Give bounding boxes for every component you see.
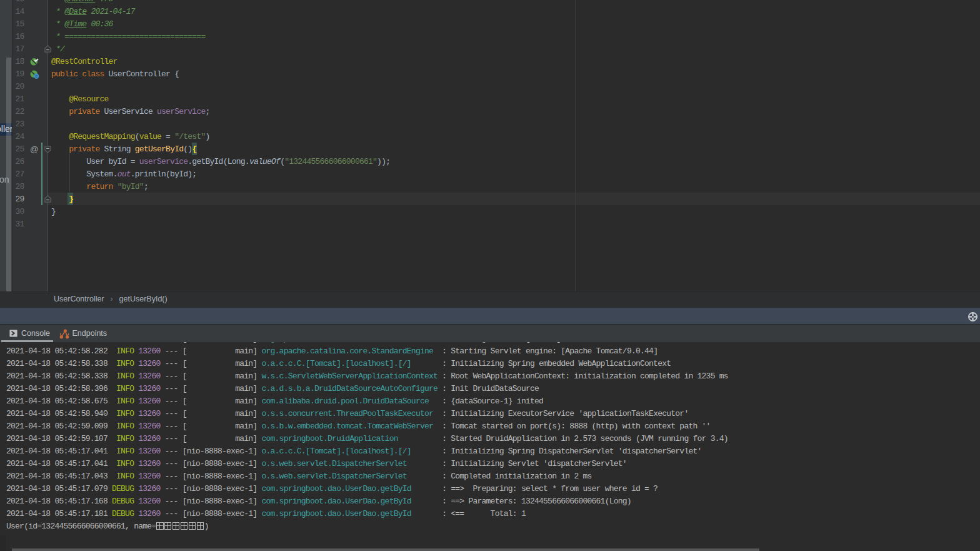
svg-text:c: c	[35, 74, 38, 78]
